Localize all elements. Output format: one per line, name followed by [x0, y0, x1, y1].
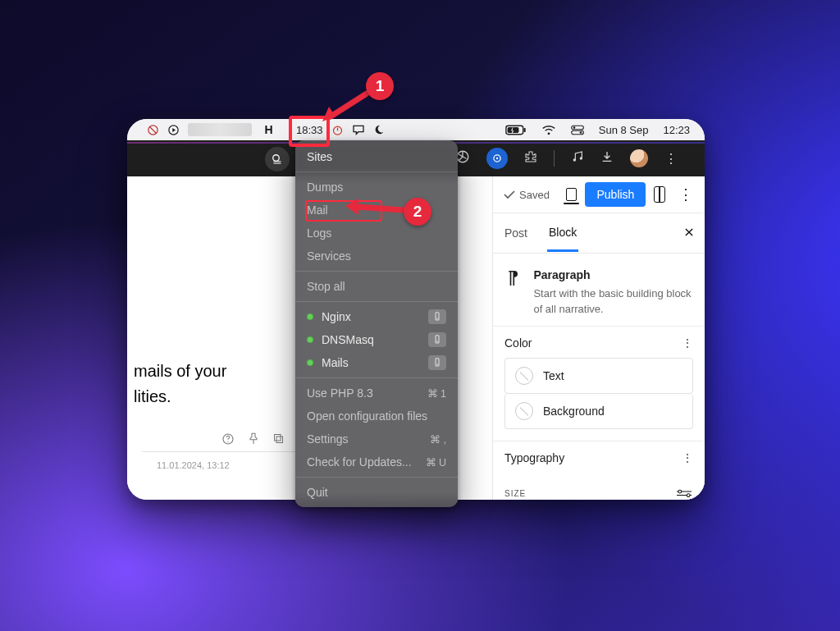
status-mails[interactable]: Mails — [295, 351, 458, 374]
color-text-option[interactable]: Text — [504, 358, 693, 394]
menu-mail[interactable]: Mail — [295, 199, 458, 222]
message-icon[interactable] — [352, 124, 365, 135]
shortcut-label: ⌘ U — [426, 456, 447, 469]
play-circle-icon[interactable] — [167, 124, 180, 136]
block-description: Start with the basic building block of a… — [533, 286, 693, 318]
menu-settings[interactable]: Settings ⌘ , — [295, 428, 458, 450]
target-icon[interactable] — [486, 148, 508, 169]
download-icon[interactable] — [600, 150, 614, 167]
block-title: Paragraph — [533, 268, 693, 281]
status-action-icon[interactable] — [428, 332, 446, 347]
herd-menubar-icon[interactable]: H — [260, 121, 276, 138]
svg-rect-13 — [274, 163, 281, 164]
wifi-icon[interactable] — [541, 125, 556, 135]
publish-button[interactable]: Publish — [585, 182, 646, 207]
svg-point-16 — [496, 158, 498, 159]
status-label: Nginx — [322, 310, 351, 323]
noentry-icon[interactable] — [147, 124, 159, 136]
music-icon[interactable] — [571, 150, 584, 167]
options-kebab-icon[interactable]: ⋮ — [678, 185, 693, 203]
typography-heading: Typography — [504, 451, 564, 464]
help-icon[interactable] — [221, 432, 235, 448]
battery-icon[interactable] — [505, 125, 527, 135]
menubar-time-right: 12:23 — [663, 124, 690, 136]
herd-dropdown: Sites Dumps Mail Logs Services Stop all … — [295, 140, 458, 507]
svg-point-17 — [573, 158, 576, 161]
svg-point-6 — [547, 132, 550, 135]
color-bg-label: Background — [543, 405, 605, 418]
menu-updates[interactable]: Check for Updates... ⌘ U — [295, 450, 458, 473]
typography-options-icon[interactable]: ⋮ — [682, 451, 693, 464]
copy-icon[interactable] — [272, 432, 285, 448]
extension-icon[interactable] — [524, 150, 537, 167]
svg-rect-21 — [274, 435, 281, 441]
avatar[interactable] — [630, 149, 648, 167]
moon-icon[interactable] — [373, 124, 385, 135]
menu-quit[interactable]: Quit — [295, 481, 458, 504]
status-label: Mails — [322, 356, 349, 369]
sidebar-toggle-icon[interactable] — [654, 186, 665, 203]
timer-icon[interactable] — [331, 124, 344, 136]
svg-rect-22 — [276, 437, 283, 443]
color-section: Color ⋮ Text Background — [493, 327, 705, 441]
shortcut-label: ⌘ , — [430, 433, 446, 446]
annotation-badge-1: 1 — [366, 72, 394, 100]
kebab-icon[interactable]: ⋮ — [664, 151, 677, 167]
svg-point-11 — [273, 155, 280, 162]
color-text-label: Text — [543, 369, 564, 382]
status-action-icon[interactable] — [428, 309, 446, 324]
block-header: ¶ Paragraph Start with the basic buildin… — [493, 254, 705, 327]
menu-logs[interactable]: Logs — [295, 222, 458, 245]
svg-rect-4 — [523, 127, 525, 131]
svg-point-23 — [678, 490, 682, 493]
control-center-icon[interactable] — [571, 125, 584, 135]
menu-dumps[interactable]: Dumps — [295, 176, 458, 199]
svg-rect-12 — [274, 161, 281, 162]
menu-stop-all[interactable]: Stop all — [295, 275, 458, 298]
typography-section: Typography ⋮ — [493, 441, 705, 484]
annotation-badge-2: 2 — [404, 198, 431, 226]
svg-point-18 — [580, 157, 582, 159]
status-dot-green-icon — [307, 359, 313, 366]
status-nginx[interactable]: Nginx — [295, 305, 458, 328]
preview-icon[interactable] — [566, 188, 578, 201]
saved-indicator: Saved — [503, 189, 550, 201]
menu-open-config[interactable]: Open configuration files — [295, 405, 458, 428]
wp-settings-sidebar: Saved Publish ⋮ Post Block ¶ Paragraph S… — [492, 176, 705, 500]
frag-line1: mails of your — [134, 359, 226, 384]
menu-services[interactable]: Services — [295, 245, 458, 267]
size-settings-icon[interactable] — [677, 489, 692, 499]
pin-icon[interactable] — [248, 432, 259, 448]
divider — [554, 150, 555, 167]
status-dot-green-icon — [307, 336, 313, 343]
status-action-icon[interactable] — [428, 355, 446, 370]
status-dot-green-icon — [307, 313, 313, 320]
tab-block[interactable]: Block — [547, 215, 578, 252]
svg-rect-5 — [507, 127, 518, 133]
close-sidebar-icon[interactable] — [683, 226, 695, 240]
svg-point-10 — [579, 131, 582, 134]
blurred-menubar-region — [188, 123, 252, 136]
svg-point-28 — [436, 341, 438, 342]
swatch-empty-icon — [515, 402, 533, 420]
size-label: SIZE — [504, 489, 526, 498]
lens-icon[interactable] — [265, 147, 290, 171]
color-heading: Color — [504, 336, 532, 350]
menubar-time-left: 18:33 — [296, 124, 323, 136]
color-options-icon[interactable]: ⋮ — [682, 336, 693, 350]
svg-point-8 — [573, 126, 575, 129]
color-background-option[interactable]: Background — [504, 394, 693, 429]
status-dnsmasq[interactable]: DNSMasq — [295, 328, 458, 351]
shortcut-label: ⌘ 1 — [427, 387, 446, 400]
tab-post[interactable]: Post — [503, 216, 529, 250]
swatch-empty-icon — [515, 367, 533, 385]
svg-point-24 — [687, 493, 690, 496]
frag-line2: lities. — [134, 384, 226, 409]
sidebar-tabs: Post Block — [493, 213, 705, 254]
svg-point-20 — [227, 441, 228, 442]
menu-use-php[interactable]: Use PHP 8.3 ⌘ 1 — [295, 382, 458, 405]
svg-point-30 — [436, 364, 438, 365]
paragraph-icon: ¶ — [504, 268, 522, 286]
menu-sites[interactable]: Sites — [295, 145, 458, 168]
menubar-date: Sun 8 Sep — [599, 124, 649, 136]
